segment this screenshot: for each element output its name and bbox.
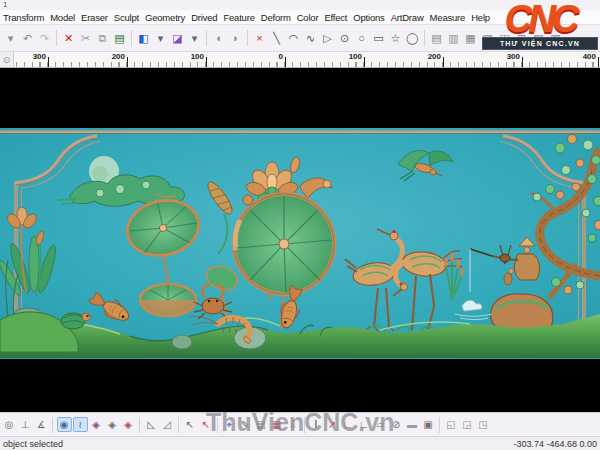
file-tools-dropdown[interactable]: ▾ <box>3 30 19 46</box>
ruler-major-tick <box>364 57 365 67</box>
cut-icon[interactable]: ✂ <box>78 30 94 46</box>
status-selection: object selected <box>3 439 63 449</box>
drop-down-icon[interactable]: ⇩ <box>286 417 301 432</box>
menu-artdraw[interactable]: ArtDraw <box>388 12 427 23</box>
undo-icon[interactable]: ↶ <box>20 30 36 46</box>
relief-preview-filled-icon[interactable]: ◗ <box>228 30 244 46</box>
ruler-label: 300 <box>507 52 522 61</box>
menu-effect[interactable]: Effect <box>321 12 350 23</box>
align-copy-3-icon[interactable]: ◳ <box>476 417 491 432</box>
menu-sculpt[interactable]: Sculpt <box>111 12 142 23</box>
image-frame-icon[interactable]: ▣ <box>421 417 436 432</box>
curve-tool-icon[interactable]: ∿ <box>303 30 319 46</box>
menu-color[interactable]: Color <box>294 12 322 23</box>
ruler-label: 200 <box>112 52 127 61</box>
ruler-label: 300 <box>33 52 48 61</box>
relief-offset-icon[interactable]: ▥ <box>446 30 462 46</box>
menu-deform[interactable]: Deform <box>258 12 294 23</box>
select-cursor-icon[interactable]: ↖ <box>183 417 198 432</box>
ruler-corner-tool[interactable]: ⊙ <box>0 52 14 67</box>
align-copy-2-icon[interactable]: ◲ <box>460 417 475 432</box>
slope-right-icon[interactable]: ◿ <box>160 417 175 432</box>
ruler-label: 100 <box>191 52 206 61</box>
menu-drived[interactable]: Drived <box>188 12 220 23</box>
ruler-label: 400 <box>583 52 598 61</box>
align-copy-icon[interactable]: ◱ <box>444 417 459 432</box>
node-snap-icon[interactable]: ◉ <box>57 417 72 432</box>
cnc-logo: CNC THƯ VIỆN CNC.VN <box>482 1 598 50</box>
toolbar-separator <box>217 417 218 433</box>
ellipse-tool-icon[interactable]: ○ <box>354 30 370 46</box>
folded-lotus-leaf <box>140 284 196 316</box>
ellipse-select-icon[interactable]: ◎ <box>2 417 17 432</box>
text-cursor-icon[interactable]: I <box>309 417 324 432</box>
view-3d-dropdown[interactable]: ▾ <box>187 30 203 46</box>
node-delete-icon[interactable]: × <box>252 30 268 46</box>
line-tool-icon[interactable]: ╲ <box>269 30 285 46</box>
ruler-label: 200 <box>428 52 443 61</box>
view-2d-icon[interactable]: ◧ <box>136 30 152 46</box>
diamond-center-snap-icon[interactable]: ◈ <box>121 417 136 432</box>
center-circle-tool-icon[interactable]: ⊙ <box>337 30 353 46</box>
clipboard-icon[interactable]: ▤ <box>254 417 269 432</box>
toolbar-separator <box>247 30 248 46</box>
toolbar-separator <box>439 417 440 433</box>
toolbar-separator <box>424 30 425 46</box>
dot-grid-icon[interactable]: ▦ <box>270 417 285 432</box>
menu-options[interactable]: Options <box>350 12 387 23</box>
relief-render <box>0 68 600 412</box>
toolbar-separator <box>178 417 179 433</box>
menu-model[interactable]: Model <box>47 12 78 23</box>
toolbar-separator <box>206 30 207 46</box>
diamond-snap-icon[interactable]: ◈ <box>89 417 104 432</box>
ruler-major-tick <box>48 57 49 67</box>
flat-bar-icon[interactable]: ▬ <box>405 417 420 432</box>
pen-edit-icon[interactable]: ✎ <box>238 417 253 432</box>
perpendicular-snap-icon[interactable]: ⊥ <box>18 417 33 432</box>
ruler-major-tick <box>206 57 207 67</box>
menu-feature[interactable]: Feature <box>220 12 257 23</box>
diamond-mid-snap-icon[interactable]: ◈ <box>105 417 120 432</box>
angle-corner-icon[interactable]: ∟ <box>341 417 356 432</box>
delete-cursor-icon[interactable]: ↖ <box>199 417 214 432</box>
status-coordinates: -303.74 -464.68 0.00 <box>513 439 597 449</box>
ruler-major-tick <box>285 57 286 67</box>
menu-geometry[interactable]: Geometry <box>142 12 188 23</box>
app-window: 1 TransformModelEraserSculptGeometryDriv… <box>0 0 600 450</box>
paste-icon[interactable]: ▤ <box>112 30 128 46</box>
arc-tool-icon[interactable]: ◠ <box>286 30 302 46</box>
toolbar-separator <box>131 30 132 46</box>
curve-node-icon[interactable]: ≀ <box>73 417 88 432</box>
redo-icon[interactable]: ↷ <box>37 30 53 46</box>
menu-measure[interactable]: Measure <box>427 12 469 23</box>
toolbar-separator <box>56 30 57 46</box>
ruler-label: 100 <box>349 52 364 61</box>
viewport-canvas[interactable] <box>0 68 600 412</box>
cnc-logo-text: CNC <box>482 1 598 37</box>
menu-transform[interactable]: Transform <box>0 12 47 23</box>
angle-corner-alt-icon[interactable]: ∟ <box>357 417 372 432</box>
measure-arrow-icon[interactable]: ↗ <box>325 417 340 432</box>
toolbar-separator <box>139 417 140 433</box>
menu-eraser[interactable]: Eraser <box>78 12 111 23</box>
toolbar-separator <box>304 417 305 433</box>
star-tool-icon[interactable]: ☆ <box>388 30 404 46</box>
relief-pattern-icon[interactable]: ▦ <box>463 30 479 46</box>
relief-copy-icon[interactable]: ▤ <box>429 30 445 46</box>
relief-preview-icon[interactable]: ◖ <box>211 30 227 46</box>
delete-icon[interactable]: ✕ <box>61 30 77 46</box>
slope-left-icon[interactable]: ◺ <box>144 417 159 432</box>
horizontal-ruler: ⊙ 300 200 100 0 100 200 300 400 <box>0 52 600 68</box>
big-lotus-leaf <box>234 194 334 294</box>
copy-icon[interactable]: ⧉ <box>95 30 111 46</box>
dash-rect-icon[interactable]: ▱ <box>373 417 388 432</box>
view-3d-icon[interactable]: ◪ <box>170 30 186 46</box>
ruler-major-tick <box>443 57 444 67</box>
circle-tool-icon[interactable]: ◯ <box>405 30 421 46</box>
polygon-tool-icon[interactable]: ▷ <box>320 30 336 46</box>
diameter-icon[interactable]: ⊘ <box>389 417 404 432</box>
rectangle-tool-icon[interactable]: ▭ <box>371 30 387 46</box>
view-2d-dropdown[interactable]: ▾ <box>153 30 169 46</box>
tangent-snap-icon[interactable]: ∡ <box>34 417 49 432</box>
axis-target-icon[interactable]: ⌖ <box>222 417 237 432</box>
